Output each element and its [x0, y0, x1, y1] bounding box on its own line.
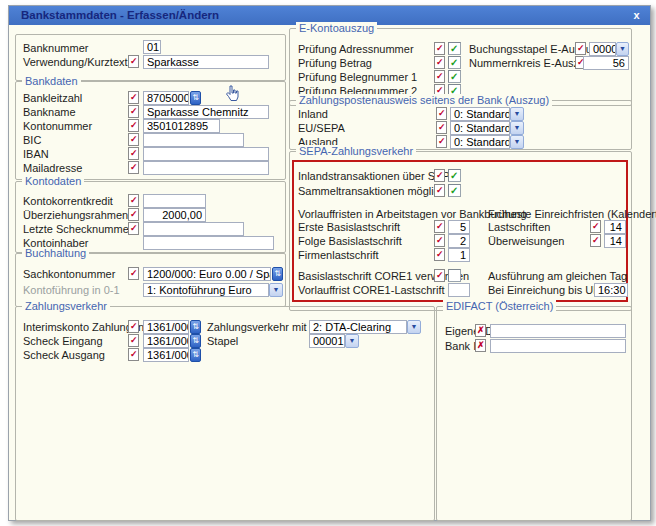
- eu-sepa-value[interactable]: 0: Standard: [450, 121, 510, 135]
- required-check-icon: [434, 184, 445, 197]
- buchungsstapel-dropdown[interactable]: 00001 ▼: [589, 42, 629, 56]
- chevron-down-icon[interactable]: ▼: [510, 107, 524, 121]
- eu-sepa-label: EU/SEPA: [298, 122, 345, 135]
- ausland-dropdown[interactable]: 0: Standard ▼: [450, 135, 524, 149]
- bank-id-field[interactable]: [490, 339, 626, 353]
- zahlungsverkehr-mit-value[interactable]: 2: DTA-Clearing: [309, 320, 407, 334]
- kontofuehrung-dropdown[interactable]: 1: Kontoführung Euro ▼: [143, 283, 283, 297]
- required-check-icon: [128, 119, 139, 132]
- ueberziehungsrahmen-field[interactable]: 2000,00: [143, 208, 206, 222]
- firmenlastschrift-label: Firmenlastschrift: [298, 249, 379, 262]
- inlandstransaktionen-label: Inlandstransaktionen über SEPA: [298, 170, 456, 183]
- mailadresse-label: Mailadresse: [23, 162, 82, 175]
- erste-basislastschrift-label: Erste Basislastschrift: [298, 221, 400, 234]
- close-button[interactable]: x: [629, 8, 644, 23]
- required-check-icon: [128, 133, 139, 146]
- mailadresse-field[interactable]: [143, 161, 269, 175]
- chevron-down-icon[interactable]: ▼: [510, 121, 524, 135]
- vorlauffrist-core1-field[interactable]: [448, 283, 470, 297]
- eu-sepa-dropdown[interactable]: 0: Standard ▼: [450, 121, 524, 135]
- bic-field[interactable]: [143, 133, 244, 147]
- interimskonto-field[interactable]: 1361/000: [143, 320, 189, 334]
- firmenlastschrift-field[interactable]: 1: [448, 248, 470, 262]
- interimskonto-matchcode-button[interactable]: ⇅: [190, 320, 201, 334]
- lastschriften-field[interactable]: 14: [604, 220, 626, 234]
- scheck-ausgang-matchcode-button[interactable]: ⇅: [190, 348, 201, 362]
- stapel-label: Stapel: [207, 335, 238, 348]
- kontodaten-title: Kontodaten: [22, 175, 84, 187]
- buchungsstapel-value[interactable]: 00001: [589, 42, 616, 56]
- required-check-icon: [128, 208, 139, 221]
- kontofuehrung-value[interactable]: 1: Kontoführung Euro: [143, 283, 269, 297]
- vorlauffrist-core1-label: Vorlauffrist CORE1-Lastschrift: [298, 284, 445, 297]
- buchhaltung-group: Buchhaltung Sachkontonummer 1200/000: Eu…: [15, 253, 286, 307]
- erste-basislastschrift-field[interactable]: 5: [448, 220, 470, 234]
- bankstammdaten-window: Bankstammdaten - Erfassen/Ändern x Bankn…: [8, 5, 651, 521]
- inland-dropdown[interactable]: 0: Standard ▼: [450, 107, 524, 121]
- chevron-down-icon[interactable]: ▼: [510, 135, 524, 149]
- chevron-down-icon[interactable]: ▼: [407, 320, 421, 334]
- scheck-eingang-matchcode-button[interactable]: ⇅: [190, 334, 201, 348]
- iban-field[interactable]: [143, 147, 269, 161]
- bankname-field[interactable]: Sparkasse Chemnitz: [143, 105, 269, 119]
- sachkontonummer-field[interactable]: 1200/000: Euro 0.00 / Sparkasse Chemnit: [143, 267, 271, 281]
- required-check-icon: [590, 234, 601, 247]
- required-check-icon: [128, 348, 139, 361]
- required-check-icon: [434, 56, 445, 69]
- chevron-down-icon[interactable]: ▼: [345, 334, 359, 348]
- ausland-value[interactable]: 0: Standard: [450, 135, 510, 149]
- zahlungsverkehr-title: Zahlungsverkehr: [22, 300, 110, 312]
- chevron-down-icon[interactable]: ▼: [616, 42, 629, 56]
- required-check-icon: [575, 42, 586, 55]
- pruefung-belegnummer1-checkbox[interactable]: [448, 70, 461, 83]
- required-check-icon: [434, 169, 445, 182]
- required-check-icon: [128, 222, 139, 235]
- sammeltransaktionen-checkbox[interactable]: [448, 184, 461, 197]
- zahlungsposten-group: Zahlungspostenausweis seitens der Bank (…: [289, 100, 632, 150]
- kontonummer-field[interactable]: 3501012895: [143, 119, 220, 133]
- kontokorrentkredit-field[interactable]: [143, 194, 206, 208]
- chevron-down-icon[interactable]: ▼: [269, 283, 283, 297]
- stapel-value[interactable]: 00001: [309, 334, 345, 348]
- bankleitzahl-field[interactable]: 87050000: [143, 91, 189, 105]
- zahlungsverkehr-mit-dropdown[interactable]: 2: DTA-Clearing ▼: [309, 320, 421, 334]
- inlandstransaktionen-checkbox[interactable]: [448, 169, 461, 182]
- inland-label: Inland: [298, 108, 328, 121]
- folge-basislastschrift-field[interactable]: 2: [448, 234, 470, 248]
- pruefung-belegnummer1-label: Prüfung Belegnummer 1: [298, 71, 417, 84]
- pruefung-betrag-checkbox[interactable]: [448, 56, 461, 69]
- banknummer-field[interactable]: 01: [143, 40, 161, 54]
- scheck-ausgang-label: Scheck Ausgang: [23, 349, 105, 362]
- letzte-schecknummer-field[interactable]: [143, 222, 244, 236]
- verwendung-field[interactable]: Sparkasse: [143, 55, 269, 69]
- pruefung-adressnummer-checkbox[interactable]: [448, 42, 461, 55]
- sepa-title: SEPA-Zahlungsverkehr: [296, 145, 416, 157]
- bei-einreichung-field[interactable]: 16:30: [594, 283, 628, 297]
- required-check-icon: [436, 121, 447, 134]
- required-check-icon: [434, 70, 445, 83]
- required-check-icon: [128, 55, 139, 68]
- bankleitzahl-matchcode-button[interactable]: ⇅: [190, 91, 201, 105]
- ueberweisungen-field[interactable]: 14: [604, 234, 626, 248]
- inland-value[interactable]: 0: Standard: [450, 107, 510, 121]
- zahlungsposten-title: Zahlungspostenausweis seitens der Bank (…: [296, 94, 552, 106]
- required-check-icon: [436, 107, 447, 120]
- required-check-icon: [128, 105, 139, 118]
- required-check-icon: [434, 42, 445, 55]
- scheck-ausgang-field[interactable]: 1361/000: [143, 348, 189, 362]
- scheck-eingang-field[interactable]: 1361/000: [143, 334, 189, 348]
- eigene-id-field[interactable]: [490, 324, 626, 338]
- bankdaten-title: Bankdaten: [22, 75, 81, 87]
- banknummer-label: Banknummer: [23, 42, 88, 55]
- sachkontonummer-matchcode-button[interactable]: ⇅: [272, 267, 283, 281]
- ausfuehrung-label: Ausführung am gleichen Tag: [488, 270, 627, 283]
- stapel-dropdown[interactable]: 00001 ▼: [309, 334, 359, 348]
- required-check-icon: [128, 194, 139, 207]
- required-check-icon: [128, 334, 139, 347]
- zahlungsverkehr-mit-label: Zahlungsverkehr mit: [207, 321, 307, 334]
- kontoinhaber-field[interactable]: [143, 236, 274, 250]
- nummernkreis-field[interactable]: 56: [583, 56, 629, 70]
- core1-verwenden-checkbox[interactable]: [448, 269, 461, 282]
- bic-label: BIC: [23, 134, 41, 147]
- sepa-group: SEPA-Zahlungsverkehr Inlandstransaktione…: [289, 151, 632, 311]
